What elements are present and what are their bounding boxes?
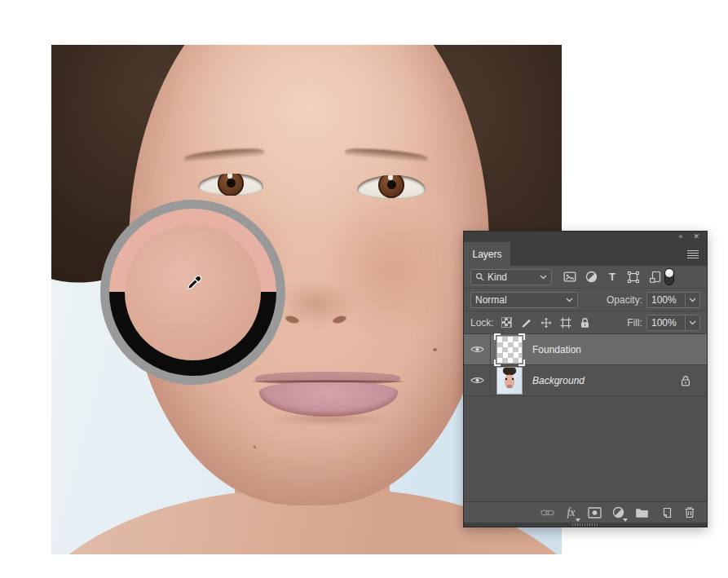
thumb-bracket <box>494 333 501 340</box>
thumb-bracket <box>518 360 525 366</box>
fill-label: Fill: <box>627 317 642 329</box>
portrait-iris-right <box>378 175 404 198</box>
eye-icon <box>470 376 484 385</box>
lock-row: Lock: <box>464 311 707 334</box>
opacity-value[interactable]: 100% <box>647 293 685 307</box>
panel-tab-bar: Layers <box>464 242 707 266</box>
blend-mode-select[interactable]: Normal <box>470 292 578 308</box>
type-glyph: T <box>609 271 615 283</box>
collapse-panel-icon[interactable]: « <box>678 233 682 240</box>
kind-filter-label: Kind <box>488 271 536 283</box>
eyedropper-cursor-icon <box>184 273 204 293</box>
visibility-toggle[interactable] <box>464 365 491 395</box>
type-layer-filter-icon[interactable]: T <box>605 270 620 285</box>
fx-dropdown-arrow <box>576 518 580 522</box>
layer-style-fx-icon[interactable]: fx <box>564 505 578 519</box>
new-group-icon[interactable] <box>635 505 649 519</box>
lock-icon <box>681 375 690 386</box>
lock-icons <box>501 316 592 329</box>
portrait-iris-left <box>218 174 244 196</box>
blend-mode-value: Normal <box>475 294 563 306</box>
thumb-bracket <box>518 333 525 340</box>
sampling-ring <box>100 200 285 385</box>
layer-locked-badge <box>681 375 690 386</box>
chevron-down-icon <box>689 298 696 302</box>
adjustment-dropdown-arrow <box>623 518 628 522</box>
layer-row-foundation[interactable]: Foundation <box>464 334 707 365</box>
chevron-down-icon <box>566 298 573 302</box>
lock-position-icon[interactable] <box>540 316 553 329</box>
layer-thumbnail-portrait[interactable] <box>496 367 523 395</box>
filter-toggle-switch[interactable] <box>664 268 674 285</box>
layer-name[interactable]: Background <box>532 375 585 386</box>
panel-resize-strip[interactable] <box>464 523 707 527</box>
eye-icon <box>470 345 484 354</box>
visibility-toggle[interactable] <box>464 334 491 364</box>
resize-grip-icon <box>572 523 598 526</box>
adjustment-layer-filter-icon[interactable] <box>584 270 598 285</box>
toggle-knob <box>665 269 673 277</box>
thumb-bracket <box>494 360 501 366</box>
portrait-mole <box>433 348 437 351</box>
screenshot-stage: « ✕ Layers Kind <box>0 0 728 578</box>
chevron-down-icon <box>540 275 547 280</box>
fill-dropdown-button[interactable] <box>685 315 699 330</box>
lock-label: Lock: <box>470 317 494 329</box>
opacity-control: 100% <box>646 292 700 308</box>
tab-layers[interactable]: Layers <box>464 242 510 266</box>
layer-row-background[interactable]: Background <box>464 365 707 396</box>
panel-chrome-bar: « ✕ <box>464 232 707 242</box>
fill-control: 100% <box>646 315 700 331</box>
portrait-pupil-left <box>227 179 236 188</box>
portrait-eye-left <box>198 174 263 196</box>
layers-panel: « ✕ Layers Kind <box>463 231 708 527</box>
portrait-pupil-right <box>387 180 396 189</box>
panel-menu-icon[interactable] <box>687 250 699 258</box>
filter-row: Kind <box>464 266 707 289</box>
checkerboard-glyph <box>501 317 512 328</box>
close-panel-icon[interactable]: ✕ <box>693 233 699 240</box>
panel-footer-toolbar: fx <box>464 501 707 523</box>
new-adjustment-layer-icon[interactable] <box>611 505 625 519</box>
pixel-layer-filter-icon[interactable] <box>563 270 577 285</box>
portrait-eye-right <box>357 175 426 199</box>
layer-list-empty-area[interactable] <box>464 396 707 501</box>
lock-artboard-icon[interactable] <box>559 316 572 329</box>
chevron-down-icon <box>689 320 696 325</box>
opacity-label: Opacity: <box>607 294 642 306</box>
link-layers-icon[interactable] <box>540 505 554 519</box>
layer-thumbnail-transparent[interactable] <box>496 336 523 364</box>
lock-image-pixels-icon[interactable] <box>520 316 533 329</box>
opacity-dropdown-button[interactable] <box>685 293 699 307</box>
kind-filter-select[interactable]: Kind <box>470 269 552 285</box>
smart-object-filter-icon[interactable] <box>647 270 662 285</box>
new-layer-icon[interactable] <box>659 505 673 519</box>
portrait-mole <box>254 446 256 448</box>
layer-name[interactable]: Foundation <box>532 344 581 355</box>
portrait-lip-shadow <box>270 413 387 425</box>
portrait-catchlight-left <box>227 174 232 179</box>
lock-all-icon[interactable] <box>579 316 592 329</box>
add-layer-mask-icon[interactable] <box>588 505 602 519</box>
fill-value[interactable]: 100% <box>647 315 685 330</box>
portrait-catchlight-right <box>388 175 393 180</box>
blend-row: Normal Opacity: 100% <box>464 289 707 311</box>
fx-glyph: fx <box>567 506 575 519</box>
delete-layer-icon[interactable] <box>682 505 696 519</box>
search-icon <box>475 272 484 281</box>
layer-filter-icons: T <box>563 270 662 285</box>
lock-transparent-pixels-icon[interactable] <box>501 316 514 329</box>
shape-layer-filter-icon[interactable] <box>626 270 641 285</box>
layer-list: Foundation Background <box>464 334 707 396</box>
